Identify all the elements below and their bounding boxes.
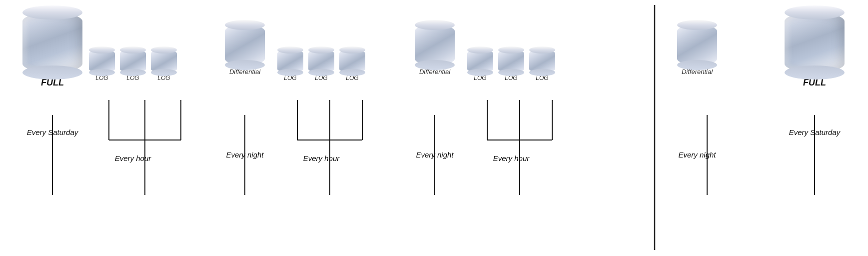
- log-cylinder-3c: [529, 50, 555, 72]
- every-saturday-label-1: Every Saturday: [27, 128, 78, 136]
- log-cylinder-1b: [120, 50, 146, 72]
- diff-cylinder-1: [225, 25, 265, 65]
- log-group-2: LOG LOG LOG Every hour: [277, 50, 365, 162]
- log-item-2b: LOG: [308, 50, 334, 82]
- log-cylinder-1a: [89, 50, 115, 72]
- full-cylinder-1: [22, 12, 82, 72]
- diff-cylinder-2: [415, 25, 455, 65]
- every-hour-label-2: Every hour: [303, 154, 340, 162]
- log-cylinder-3b: [498, 50, 524, 72]
- every-night-label-2: Every night: [416, 150, 453, 159]
- backup-diagram: FULL Every Saturday LOG LOG LOG Every ho…: [0, 0, 868, 256]
- full-backup-2: FULL Every Saturday: [785, 12, 845, 136]
- log-group-3: LOG LOG LOG Every hour: [467, 50, 555, 162]
- every-saturday-label-2: Every Saturday: [789, 128, 841, 136]
- log-item-2c: LOG: [339, 50, 365, 82]
- logs-row-2: LOG LOG LOG: [277, 50, 365, 82]
- log-cylinder-1c: [151, 50, 177, 72]
- log-item-3c: LOG: [529, 50, 555, 82]
- every-hour-label-1: Every hour: [115, 154, 151, 162]
- every-night-label-1: Every night: [226, 150, 263, 159]
- log-item-1c: LOG: [151, 50, 177, 82]
- log-item-1b: LOG: [120, 50, 146, 82]
- full-backup-1: FULL Every Saturday: [22, 12, 82, 136]
- logs-row-1: LOG LOG LOG: [89, 50, 177, 82]
- every-night-label-3: Every night: [678, 150, 716, 159]
- log-item-3a: LOG: [467, 50, 493, 82]
- log-cylinder-2a: [277, 50, 303, 72]
- log-item-3b: LOG: [498, 50, 524, 82]
- log-group-1: LOG LOG LOG Every hour: [89, 50, 177, 162]
- log-item-2a: LOG: [277, 50, 303, 82]
- differential-group-2: Differential Every night: [415, 25, 455, 159]
- log-cylinder-2c: [339, 50, 365, 72]
- differential-group-3: Differential Every night: [677, 25, 717, 159]
- logs-row-3: LOG LOG LOG: [467, 50, 555, 82]
- log-cylinder-2b: [308, 50, 334, 72]
- differential-group-1: Differential Every night: [225, 25, 265, 159]
- log-item-1a: LOG: [89, 50, 115, 82]
- every-hour-label-3: Every hour: [493, 154, 530, 162]
- log-cylinder-3a: [467, 50, 493, 72]
- full-cylinder-2: [785, 12, 845, 72]
- diff-cylinder-3: [677, 25, 717, 65]
